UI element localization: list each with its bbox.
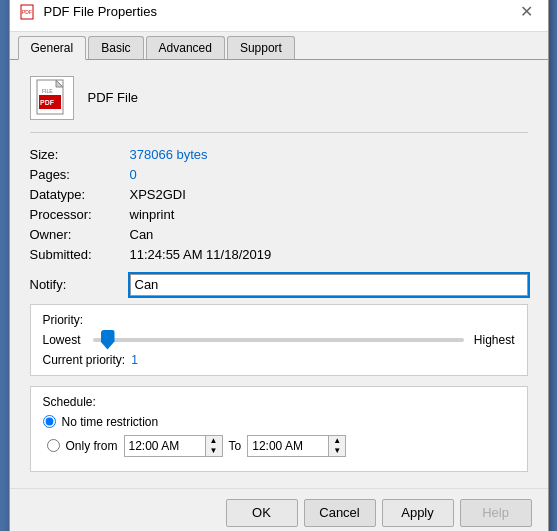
priority-section: Priority: Lowest Highest Current priorit… xyxy=(30,304,528,376)
priority-label: Priority: xyxy=(43,313,84,327)
from-time-spinner: ▲ ▼ xyxy=(205,436,222,456)
pages-label: Pages: xyxy=(30,167,130,182)
notify-row: Notify: xyxy=(30,274,528,296)
dialog-title: PDF File Properties xyxy=(44,4,157,19)
no-restriction-label[interactable]: No time restriction xyxy=(62,415,159,429)
priority-label-row: Priority: xyxy=(43,313,515,327)
file-header: PDF FILE PDF File xyxy=(30,76,528,133)
svg-text:PDF: PDF xyxy=(22,9,32,15)
tab-advanced[interactable]: Advanced xyxy=(146,36,225,59)
processor-label: Processor: xyxy=(30,207,130,222)
no-restriction-row: No time restriction xyxy=(43,415,515,429)
size-label: Size: xyxy=(30,147,130,162)
title-bar: PDF PDF File Properties ✕ xyxy=(10,0,548,32)
slider-row: Lowest Highest xyxy=(43,333,515,347)
only-from-label[interactable]: Only from xyxy=(66,439,118,453)
current-priority-value: 1 xyxy=(131,353,138,367)
from-time-down-button[interactable]: ▼ xyxy=(206,446,222,456)
priority-min-label: Lowest xyxy=(43,333,83,347)
tab-bar: General Basic Advanced Support xyxy=(10,32,548,60)
notify-input[interactable] xyxy=(130,274,528,296)
footer: OK Cancel Apply Help xyxy=(10,488,548,532)
datatype-label: Datatype: xyxy=(30,187,130,202)
to-time-input[interactable] xyxy=(248,436,328,456)
dialog: PDF PDF File Properties ✕ General Basic … xyxy=(9,0,549,531)
current-priority-label: Current priority: xyxy=(43,353,126,367)
ok-button[interactable]: OK xyxy=(226,499,298,527)
svg-text:PDF: PDF xyxy=(40,99,55,106)
schedule-section: Schedule: No time restriction Only from … xyxy=(30,386,528,472)
submitted-label: Submitted: xyxy=(30,247,130,262)
no-restriction-radio[interactable] xyxy=(43,415,56,428)
processor-value: winprint xyxy=(130,207,528,222)
tab-support[interactable]: Support xyxy=(227,36,295,59)
svg-text:FILE: FILE xyxy=(42,88,53,94)
to-time-down-button[interactable]: ▼ xyxy=(329,446,345,456)
current-priority-row: Current priority: 1 xyxy=(43,353,515,367)
to-time-spinner: ▲ ▼ xyxy=(328,436,345,456)
datatype-value: XPS2GDI xyxy=(130,187,528,202)
info-table: Size: 378066 bytes Pages: 0 Datatype: XP… xyxy=(30,147,528,262)
from-time-up-button[interactable]: ▲ xyxy=(206,436,222,446)
from-time-input[interactable] xyxy=(125,436,205,456)
priority-slider-track[interactable] xyxy=(93,338,464,342)
owner-label: Owner: xyxy=(30,227,130,242)
submitted-value: 11:24:55 AM 11/18/2019 xyxy=(130,247,528,262)
to-label: To xyxy=(229,439,242,453)
help-button[interactable]: Help xyxy=(460,499,532,527)
tab-basic[interactable]: Basic xyxy=(88,36,143,59)
file-name-label: PDF File xyxy=(88,90,139,105)
content-area: PDF FILE PDF File Size: 378066 bytes Pag… xyxy=(10,60,548,488)
only-from-radio[interactable] xyxy=(47,439,60,452)
priority-max-label: Highest xyxy=(474,333,515,347)
pages-value: 0 xyxy=(130,167,528,182)
from-time-input-wrap: ▲ ▼ xyxy=(124,435,223,457)
notify-label: Notify: xyxy=(30,277,130,292)
dialog-title-icon: PDF xyxy=(20,4,36,20)
title-left: PDF PDF File Properties xyxy=(20,4,157,20)
tab-general[interactable]: General xyxy=(18,36,87,60)
close-button[interactable]: ✕ xyxy=(516,1,538,23)
cancel-button[interactable]: Cancel xyxy=(304,499,376,527)
owner-value: Can xyxy=(130,227,528,242)
size-value: 378066 bytes xyxy=(130,147,528,162)
file-icon-box: PDF FILE xyxy=(30,76,74,120)
apply-button[interactable]: Apply xyxy=(382,499,454,527)
pdf-file-icon: PDF FILE xyxy=(36,79,68,117)
to-time-input-wrap: ▲ ▼ xyxy=(247,435,346,457)
only-from-row: Only from ▲ ▼ To ▲ ▼ xyxy=(43,435,515,457)
to-time-up-button[interactable]: ▲ xyxy=(329,436,345,446)
schedule-title: Schedule: xyxy=(43,395,515,409)
